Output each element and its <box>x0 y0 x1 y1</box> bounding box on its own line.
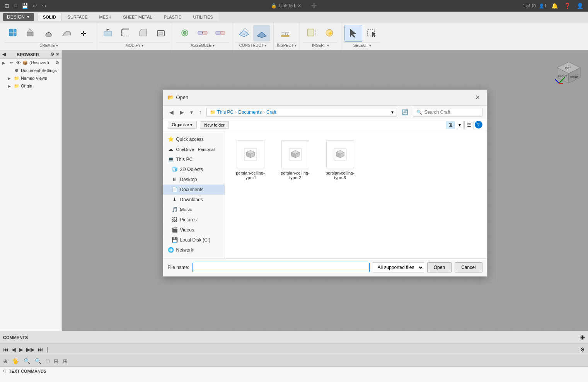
btn-new-component[interactable] <box>5 25 22 41</box>
sidebar-quick-access[interactable]: ⭐ Quick access <box>163 134 225 144</box>
nav-up-button[interactable]: ↑ <box>198 108 203 116</box>
dialog-content[interactable]: persian-ceiling-type-1 <box>225 131 487 258</box>
open-button[interactable]: Open <box>427 262 452 272</box>
design-mode-button[interactable]: DESIGN ▼ <box>3 13 34 21</box>
browser-item-doc-settings[interactable]: ⚙ Document Settings <box>0 67 61 74</box>
sidebar-videos[interactable]: 🎬 Videos <box>163 225 225 235</box>
search-box[interactable]: 🔍 <box>413 108 482 116</box>
refresh-button[interactable]: 🔄 <box>400 108 410 116</box>
file-type-select[interactable]: All supported files <box>373 262 424 272</box>
btn-decal[interactable]: ⚡ <box>321 25 338 41</box>
btn-insert[interactable] <box>303 25 320 41</box>
sidebar-network[interactable]: 🌐 Network <box>163 245 225 255</box>
dialog-close-button[interactable]: ✕ <box>473 93 482 102</box>
browser-close-icon[interactable]: ✕ <box>56 52 59 57</box>
btn-measure[interactable] <box>277 25 294 41</box>
file-item-2[interactable]: persian-ceiling-type-2 <box>276 137 315 183</box>
browser-item-origin[interactable]: ▶ 📁 Origin <box>0 82 61 90</box>
file-item-3[interactable]: persian-ceiling-type-3 <box>321 137 360 183</box>
sidebar-downloads[interactable]: ⬇ Downloads <box>163 195 225 205</box>
comments-add-icon[interactable]: ⊕ <box>580 334 585 341</box>
btn-offset-plane[interactable] <box>235 25 252 41</box>
breadcrumb-craft[interactable]: Craft <box>266 110 276 115</box>
btn-asbuilt[interactable] <box>212 25 229 41</box>
status-icon-5[interactable]: □ <box>46 358 49 364</box>
sidebar-documents[interactable]: 📄 Documents <box>163 185 225 195</box>
breadcrumb-dropdown-icon[interactable]: ▾ <box>391 110 394 115</box>
sidebar-thispc[interactable]: 💻 This PC <box>163 154 225 164</box>
tab-solid[interactable]: SOLID <box>37 13 62 21</box>
play-beginning-button[interactable]: ⏮ <box>3 346 9 353</box>
menu-icon[interactable]: ≡ <box>12 2 19 10</box>
nav-recent-button[interactable]: ▾ <box>189 108 194 116</box>
breadcrumb-thispc[interactable]: This PC <box>217 110 234 115</box>
close-tab-icon[interactable]: ✕ <box>297 3 301 9</box>
canvas-area[interactable]: TOP FRONT RIGHT 📂 Open <box>62 50 588 331</box>
breadcrumb-documents[interactable]: Documents <box>238 110 262 115</box>
sidebar-onedrive[interactable]: ☁ OneDrive - Personal <box>163 144 225 154</box>
nav-forward-button[interactable]: ▶ <box>178 108 186 116</box>
btn-move[interactable]: ✛ <box>76 25 93 41</box>
status-icon-6[interactable]: ⊞ <box>54 358 58 364</box>
play-back-button[interactable]: ◀ <box>12 346 16 353</box>
tab-plastic[interactable]: PLASTIC <box>158 13 187 21</box>
redo-icon[interactable]: ↪ <box>41 2 48 10</box>
tab-mesh[interactable]: MESH <box>94 13 118 21</box>
play-button[interactable]: ▶ <box>19 346 23 353</box>
tab-add-icon[interactable]: ➕ <box>311 3 317 9</box>
btn-chamfer[interactable] <box>135 25 152 41</box>
notification-icon[interactable]: 🔔 <box>550 2 559 10</box>
status-icon-3[interactable]: 🔍 <box>24 358 30 364</box>
status-icon-4[interactable]: 🔍 <box>35 358 41 364</box>
btn-select[interactable] <box>344 25 362 42</box>
dialog-help-button[interactable]: ? <box>475 121 482 128</box>
sidebar-3d-objects[interactable]: 🧊 3D Objects <box>163 164 225 175</box>
file-name-input[interactable] <box>193 263 370 272</box>
btn-press-pull[interactable] <box>99 25 116 41</box>
status-icon-1[interactable]: ⊕ <box>3 358 8 364</box>
expand-icon-unsaved[interactable]: ▶ <box>2 61 7 65</box>
btn-joint[interactable] <box>194 25 211 41</box>
view-details-button[interactable]: ☰ <box>464 121 474 129</box>
play-forward-button[interactable]: ▶▶ <box>26 346 35 353</box>
btn-fillet[interactable] <box>117 25 134 41</box>
tab-surface[interactable]: SURFACE <box>62 13 94 21</box>
sidebar-desktop[interactable]: 🖥 Desktop <box>163 175 225 185</box>
tab-sheet-metal[interactable]: SHEET METAL <box>117 13 158 21</box>
collapse-icon[interactable]: ◀ <box>2 52 5 57</box>
expand-icon-views[interactable]: ▶ <box>8 76 12 81</box>
btn-selected-construct[interactable] <box>253 25 270 41</box>
view-btn-arrow[interactable]: ▾ <box>456 121 464 129</box>
undo-icon[interactable]: ↩ <box>31 2 39 10</box>
sidebar-pictures[interactable]: 🖼 Pictures <box>163 215 225 225</box>
app-menu-icon[interactable]: ⊞ <box>3 2 11 10</box>
save-icon[interactable]: 💾 <box>20 2 30 10</box>
play-end-button[interactable]: ⏭ <box>38 346 43 353</box>
timeline-settings-button[interactable]: ⚙ <box>580 346 585 353</box>
help-icon[interactable]: ❓ <box>562 2 572 10</box>
status-icon-7[interactable]: ⊞ <box>63 358 68 364</box>
sidebar-local-disk[interactable]: 💾 Local Disk (C:) <box>163 235 225 245</box>
btn-window-select[interactable] <box>363 25 380 41</box>
status-icon-2[interactable]: 🖐 <box>12 358 19 364</box>
sidebar-music[interactable]: 🎵 Music <box>163 205 225 215</box>
cancel-button[interactable]: Cancel <box>455 262 482 272</box>
eye-icon[interactable]: 👁 <box>15 60 21 65</box>
new-folder-button[interactable]: New folder <box>200 121 229 129</box>
browser-settings-icon[interactable]: ⚙ <box>50 52 54 57</box>
btn-sweep[interactable] <box>58 25 75 41</box>
options-icon[interactable]: ⚙ <box>55 60 59 65</box>
file-item-1[interactable]: persian-ceiling-type-1 <box>231 137 270 183</box>
organize-button[interactable]: Organize ▾ <box>168 121 197 129</box>
browser-item-unsaved[interactable]: ▶ ✏ 👁 📦 (Unsaved) ⚙ <box>0 59 61 67</box>
user-icon[interactable]: 👤 <box>575 2 585 10</box>
browser-item-named-views[interactable]: ▶ 📁 Named Views <box>0 74 61 82</box>
btn-revolve[interactable] <box>40 25 57 41</box>
tab-utilities[interactable]: UTILITIES <box>187 13 219 21</box>
nav-back-button[interactable]: ◀ <box>168 108 175 116</box>
btn-extrude[interactable] <box>22 25 39 41</box>
expand-icon-origin[interactable]: ▶ <box>8 84 12 88</box>
btn-assemble[interactable] <box>176 25 193 41</box>
btn-shell[interactable] <box>153 25 170 41</box>
view-large-icon-button[interactable]: ⊞ <box>446 121 455 129</box>
